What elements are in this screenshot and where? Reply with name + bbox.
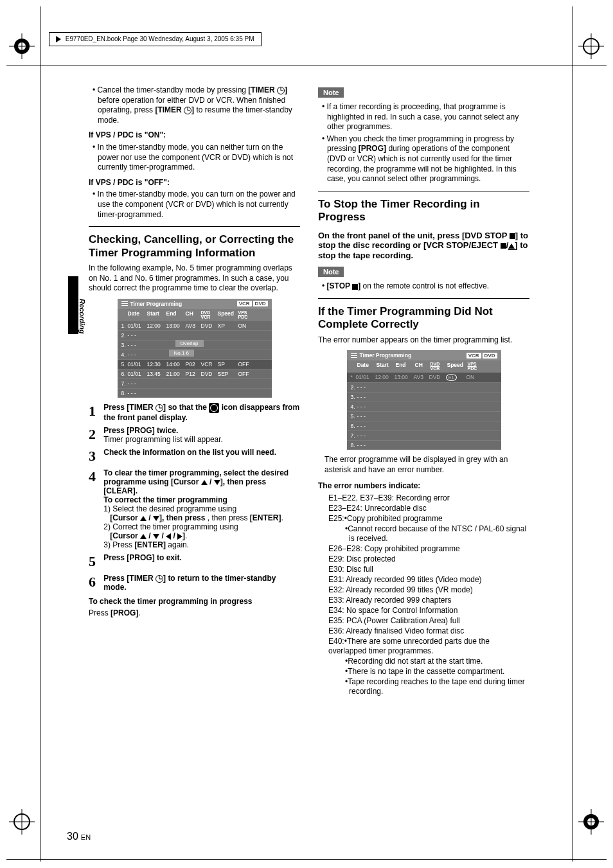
stop-icon xyxy=(352,284,358,290)
bookmark-icon xyxy=(56,36,61,42)
error-item: E26–E28: Copy prohibited programme xyxy=(328,544,529,554)
ref-tag: No.1 6 xyxy=(169,350,195,357)
section-tab-bg xyxy=(68,276,78,334)
section-heading-check-cancel: Checking, Cancelling, or Correcting the … xyxy=(89,233,300,260)
step-5: 5 Press [PROG] to exit. xyxy=(89,553,300,570)
tp-row-highlight: 5.01/0112:3014:00P02VCRSPOFF xyxy=(118,359,272,369)
section-heading-error: If the Timer Programming Did Not Complet… xyxy=(318,305,529,332)
tp-title: Timer Programming xyxy=(360,352,412,359)
error-item: E36: Already finalised Video format disc xyxy=(328,626,529,636)
timer-programming-panel: Timer Programming VCR DVD Date Start End… xyxy=(118,299,272,398)
cursor-left-icon xyxy=(166,533,171,540)
list-icon xyxy=(121,301,128,306)
error-item: E31: Already recorded 99 titles (Video m… xyxy=(328,575,529,585)
tp-row: 7.- - - xyxy=(118,378,272,388)
col-start: Start xyxy=(146,310,165,319)
timer-icon xyxy=(277,87,285,94)
timer-icon xyxy=(184,107,191,114)
tp-row: 8.- - - xyxy=(347,440,501,450)
error-item: E30: Disc full xyxy=(328,565,529,574)
vps-on-body: In the timer-standby mode, you can neith… xyxy=(89,143,300,173)
step-number: 6 xyxy=(89,574,102,590)
tp-row: 1.01/0112:0013:00AV3DVDXPON xyxy=(118,321,272,330)
vcr-badge: VCR xyxy=(466,353,481,359)
cursor-up-icon xyxy=(201,480,208,485)
step-number: 5 xyxy=(89,553,102,570)
tp-row: 7.- - - xyxy=(347,430,501,440)
cursor-down-icon xyxy=(214,480,220,485)
cursor-right-icon xyxy=(177,533,182,540)
cursor-up-icon xyxy=(140,534,147,539)
crop-line-left xyxy=(40,6,40,862)
page-number: 30EN xyxy=(67,831,91,842)
col-ch: CH xyxy=(184,310,200,319)
timer-icon-inverted xyxy=(209,403,219,413)
list-icon xyxy=(351,353,357,359)
timer-icon xyxy=(155,404,163,412)
vps-off-body: In the timer-standby mode, you can turn … xyxy=(89,190,300,220)
tp-row: 4.- - - xyxy=(347,402,501,411)
crop-mark-br xyxy=(578,809,604,835)
tp-row: 8.- - - xyxy=(118,388,272,398)
error-panel-caption: The error programme will be displayed in… xyxy=(318,455,529,475)
vps-on-heading: If VPS / PDC is "ON": xyxy=(89,130,300,141)
book-metadata: E9770ED_EN.book Page 30 Wednesday, Augus… xyxy=(49,32,262,46)
error-item-sub: •Cannot record because of the NTSC / PAL… xyxy=(328,524,529,544)
step-1: 1 Press [TIMER ] so that the icon disapp… xyxy=(89,403,300,422)
col-end: End xyxy=(165,310,184,319)
step-3: 3 Check the information on the list you … xyxy=(89,448,300,465)
tp-row: 3.- - -Overlap xyxy=(118,340,272,350)
error-item: E23–E24: Unrecordable disc xyxy=(328,504,529,513)
right-column: Note If a timer recording is proceeding,… xyxy=(318,84,529,697)
tp-row: 4.- - -No.1 6 xyxy=(118,350,272,359)
error-code: E1 xyxy=(446,374,457,381)
step-number: 4 xyxy=(89,468,102,485)
note-item: If a timer recording is proceeding, that… xyxy=(318,102,529,132)
divider xyxy=(318,298,529,299)
col-speed: Speed xyxy=(217,310,237,319)
check-progress-heading: To check the timer programming in progre… xyxy=(89,597,300,607)
tp-row: 2.- - - xyxy=(347,382,501,392)
error-item: E35: PCA (Power Calibration Area) full xyxy=(328,616,529,626)
stop-instructions: On the front panel of the unit, press [D… xyxy=(318,231,529,261)
crop-mark-bl xyxy=(9,809,35,835)
step-6: 6 Press [TIMER ] to return to the timer-… xyxy=(89,574,300,592)
tp-row: 2.- - - xyxy=(118,330,272,340)
vcr-badge: VCR xyxy=(237,301,252,306)
dvd-badge: DVD xyxy=(253,301,268,306)
timer-programming-panel-error: Timer Programming VCR DVD Date Start End… xyxy=(347,350,501,450)
stop-icon xyxy=(501,243,506,249)
error-item-sub: •Tape recording reaches to the tape end … xyxy=(328,677,529,696)
error-item: E1–E22, E37–E39: Recording error xyxy=(328,493,529,503)
error-numbers-heading: The error numbers indicate: xyxy=(318,481,529,492)
cancel-standby-note: Cancel the timer-standby mode by pressin… xyxy=(89,85,300,125)
tp-title: Timer Programming xyxy=(130,301,182,307)
note-item: [STOP ] on the remote control is not eff… xyxy=(318,281,529,292)
cursor-down-icon xyxy=(153,534,159,539)
crop-line-right xyxy=(573,6,573,862)
tp-row-error: *01/0112:0013:00AV3DVDE1ON xyxy=(347,372,501,382)
error-item: E29: Disc protected xyxy=(328,554,529,564)
section-tab-label: Recording xyxy=(78,299,86,333)
tp-row: 6.- - - xyxy=(347,421,501,430)
tp-row: 6.01/0113:4521:00P12DVDSEPOFF xyxy=(118,369,272,378)
overlap-tag: Overlap xyxy=(175,340,204,347)
col-date: Date xyxy=(127,310,146,319)
step-2: 2 Press [PROG] twice.Timer programming l… xyxy=(89,426,300,444)
cursor-down-icon xyxy=(153,516,159,521)
col-vps-pdc: VPSPDC xyxy=(237,310,253,319)
crop-mark-tr xyxy=(578,33,604,59)
error-item: E34: No space for Control Information xyxy=(328,606,529,616)
col-dvd-vcr: DVDVCR xyxy=(200,310,217,319)
error-item-sub: •There is no tape in the cassette compar… xyxy=(328,667,529,677)
timer-icon xyxy=(155,575,163,583)
crop-line-top xyxy=(6,66,607,66)
crop-mark-tl xyxy=(9,33,35,59)
stop-icon xyxy=(510,233,515,239)
book-metadata-text: E9770ED_EN.book Page 30 Wednesday, Augus… xyxy=(66,35,254,42)
section-body: In the following example, No. 5 timer pr… xyxy=(89,263,300,294)
dvd-badge: DVD xyxy=(483,353,497,359)
step-4: 4 To clear the timer programming, select… xyxy=(89,468,300,549)
error-item: E32: Already recorded 99 titles (VR mode… xyxy=(328,585,529,595)
error-list: E1–E22, E37–E39: Recording error E23–E24… xyxy=(318,493,529,696)
